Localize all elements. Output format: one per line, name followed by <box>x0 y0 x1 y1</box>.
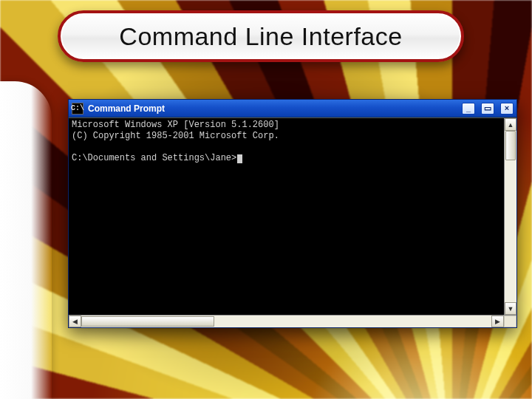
scroll-left-button[interactable]: ◀ <box>69 316 81 327</box>
console-output[interactable]: Microsoft Windows XP [Version 5.1.2600] … <box>69 118 504 315</box>
chevron-right-icon: ▶ <box>495 318 500 325</box>
window-titlebar[interactable]: C:\ Command Prompt _ ▭ × <box>69 100 516 117</box>
chevron-up-icon: ▲ <box>508 121 514 129</box>
vertical-scroll-thumb[interactable] <box>505 131 516 160</box>
vertical-scrollbar[interactable]: ▲ ▼ <box>504 118 516 315</box>
cursor-icon <box>237 154 242 163</box>
horizontal-scroll-thumb[interactable] <box>81 316 214 327</box>
vertical-scroll-track[interactable] <box>505 131 516 302</box>
system-menu-icon[interactable]: C:\ <box>72 103 83 115</box>
close-button[interactable]: × <box>500 103 514 115</box>
chevron-left-icon: ◀ <box>72 318 78 325</box>
command-prompt-window: C:\ Command Prompt _ ▭ × Microsoft Windo… <box>68 99 517 328</box>
maximize-button[interactable]: ▭ <box>481 103 494 115</box>
console-line: (C) Copyright 1985-2001 Microsoft Corp. <box>72 131 279 141</box>
scroll-down-button[interactable]: ▼ <box>505 302 516 315</box>
scroll-up-button[interactable]: ▲ <box>505 118 516 131</box>
chevron-down-icon: ▼ <box>508 305 514 313</box>
scroll-right-button[interactable]: ▶ <box>491 316 504 327</box>
scrollbar-corner <box>504 316 516 327</box>
horizontal-scroll-track[interactable] <box>81 316 491 327</box>
console-line: Microsoft Windows XP [Version 5.1.2600] <box>72 120 279 130</box>
slide-side-panel <box>0 81 52 399</box>
slide-title-pill: Command Line Interface <box>58 10 464 62</box>
minimize-button[interactable]: _ <box>462 103 475 115</box>
window-title: Command Prompt <box>88 103 165 114</box>
horizontal-scrollbar[interactable]: ◀ ▶ <box>69 315 516 327</box>
slide-title: Command Line Interface <box>119 22 402 51</box>
window-client-area: Microsoft Windows XP [Version 5.1.2600] … <box>69 117 516 315</box>
console-prompt: C:\Documents and Settings\Jane> <box>72 153 236 163</box>
